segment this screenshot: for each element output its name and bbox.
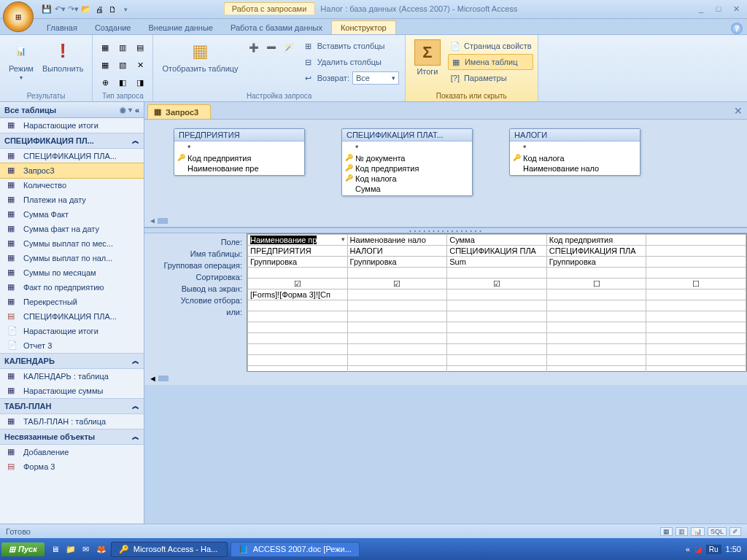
- mail-icon[interactable]: ✉: [80, 542, 93, 556]
- tab-home[interactable]: Главная: [38, 21, 86, 34]
- hscroll-grid[interactable]: ◄: [144, 372, 747, 385]
- nav-item[interactable]: 📄Нарастающие итоги: [0, 324, 144, 338]
- passthrough-query-icon[interactable]: ◧: [115, 74, 131, 90]
- nav-category[interactable]: КАЛЕНДАРЬ︽: [0, 353, 144, 369]
- table-box[interactable]: СПЕЦИФИКАЦИЯ ПЛАТ...*№ документаКод пред…: [341, 128, 473, 196]
- nav-item[interactable]: ▦Платежи на дату: [0, 192, 144, 207]
- close-button[interactable]: ✕: [728, 4, 744, 14]
- pivottable-view-icon[interactable]: ▥: [676, 527, 688, 536]
- nav-body[interactable]: ▦Нарастающие итогиСПЕЦИФИКАЦИЯ ПЛ...︽▦СП…: [0, 118, 144, 524]
- run-button[interactable]: ! Выполнить: [38, 36, 88, 84]
- maketable-query-icon[interactable]: ▤: [132, 39, 148, 55]
- view-button[interactable]: 📊 Режим ▾: [4, 36, 38, 84]
- crosstab-query-icon[interactable]: ▥: [115, 39, 131, 55]
- undo-icon[interactable]: ↶▾: [54, 4, 66, 15]
- minimize-button[interactable]: _: [693, 4, 709, 14]
- tray-icon[interactable]: ◪: [694, 545, 702, 554]
- nav-item[interactable]: ▤Форма 3: [0, 459, 144, 474]
- insert-cols-button[interactable]: ⊞Вставить столбцы: [301, 38, 400, 54]
- update-query-icon[interactable]: ▧: [115, 57, 131, 73]
- nav-item[interactable]: 📄Отчет 3: [0, 338, 144, 353]
- task-word[interactable]: 📘ACCESS 2007.doc [Режи...: [231, 542, 360, 557]
- nav-item[interactable]: ▦Количество: [0, 178, 144, 192]
- tab-create[interactable]: Создание: [86, 21, 140, 34]
- nav-item[interactable]: ▦Сумма факт на дату: [0, 222, 144, 236]
- collapse-nav-icon[interactable]: «: [135, 106, 139, 114]
- datasheet-view-icon[interactable]: ▦: [660, 527, 673, 536]
- grid-row-labels: Поле:Имя таблицы:Групповая операция:Сорт…: [144, 233, 247, 372]
- nav-item[interactable]: ▦Нарастающие суммы: [0, 384, 144, 398]
- delete-cols-button[interactable]: ⊟Удалить столбцы: [301, 54, 400, 70]
- nav-item[interactable]: ▦Перекрестный: [0, 295, 144, 309]
- params-button[interactable]: [?]Параметры: [448, 70, 533, 86]
- window-title: Налог : база данных (Access 2007) - Micr…: [314, 3, 523, 15]
- showtable-button[interactable]: ▦ Отобразить таблицу: [158, 36, 242, 86]
- redo-icon[interactable]: ↷▾: [67, 4, 79, 15]
- office-button[interactable]: ⊞: [3, 1, 34, 32]
- insertrows-icon[interactable]: ➕: [246, 39, 262, 55]
- windows-logo-icon: ⊞: [9, 545, 15, 554]
- nav-item[interactable]: ▦Факт по предприятию: [0, 280, 144, 295]
- group-results: 📊 Режим ▾ ! Выполнить Результаты: [0, 35, 93, 101]
- maximize-button[interactable]: □: [711, 4, 727, 14]
- select-query-icon[interactable]: ▦: [97, 39, 113, 55]
- nav-item[interactable]: ▦Суммы выплат по мес...: [0, 236, 144, 251]
- ribbon-tabs: Главная Создание Внешние данные Работа с…: [0, 19, 747, 35]
- hscroll-tables[interactable]: ◄: [144, 214, 747, 228]
- design-view-icon[interactable]: ✐: [729, 527, 741, 536]
- nav-category[interactable]: ТАБЛ-ПЛАН︽: [0, 398, 144, 414]
- print-icon[interactable]: 🖨: [93, 4, 105, 15]
- nav-item[interactable]: ▦Добавление: [0, 445, 144, 459]
- return-dropdown[interactable]: Все▾: [352, 71, 399, 85]
- nav-item[interactable]: ▦Суммы по месяцам: [0, 265, 144, 280]
- showtable-icon: ▦: [189, 39, 212, 63]
- task-access[interactable]: 🔑Microsoft Access - На...: [111, 542, 228, 557]
- tray-arrow-icon[interactable]: «: [686, 545, 690, 553]
- splitter[interactable]: • • • • • • • • • • • • • • • •: [144, 228, 747, 233]
- tables-area[interactable]: ПРЕДПРИЯТИЯ*Код предприятияНаименование …: [144, 120, 747, 214]
- main-area: Все таблицы ◉ ▾ « ▦Нарастающие итогиСПЕЦ…: [0, 102, 747, 524]
- deleterows-icon[interactable]: ➖: [263, 39, 279, 55]
- datadef-query-icon[interactable]: ◨: [132, 74, 148, 90]
- desktop-icon[interactable]: 🖥: [49, 542, 62, 556]
- append-query-icon[interactable]: ▦: [97, 57, 113, 73]
- tab-dbtools[interactable]: Работа с базами данных: [222, 21, 331, 34]
- grid-table[interactable]: Наименование пр▾Наименование налоСуммаКо…: [247, 233, 747, 372]
- pivotchart-view-icon[interactable]: 📊: [691, 527, 705, 536]
- nav-item[interactable]: ▦Нарастающие итоги: [0, 118, 144, 133]
- qbe-grid: Поле:Имя таблицы:Групповая операция:Сорт…: [144, 233, 747, 372]
- propsheet-button[interactable]: 📄Страница свойств: [448, 38, 533, 54]
- nav-item[interactable]: ▤СПЕЦИФИКАЦИЯ ПЛА...: [0, 309, 144, 324]
- sql-view-icon[interactable]: SQL: [708, 527, 727, 536]
- nav-category[interactable]: Несвязанные объекты︽: [0, 429, 144, 445]
- tablenames-button[interactable]: ▦Имена таблиц: [448, 54, 533, 70]
- builder-icon[interactable]: 🪄: [281, 39, 297, 55]
- nav-item[interactable]: ▦СПЕЦИФИКАЦИЯ ПЛА...: [0, 149, 144, 163]
- help-icon[interactable]: ?: [731, 23, 743, 34]
- nav-item[interactable]: ▦ТАБЛ-ПЛАН : таблица: [0, 414, 144, 429]
- nav-item[interactable]: ▦КАЛЕНДАРЬ : таблица: [0, 369, 144, 384]
- start-button[interactable]: ⊞Пуск: [1, 542, 44, 556]
- save-icon[interactable]: 💾: [41, 4, 53, 15]
- lang-indicator[interactable]: Ru: [706, 545, 721, 554]
- open-icon[interactable]: 📂: [80, 4, 92, 15]
- union-query-icon[interactable]: ⊕: [97, 74, 113, 90]
- nav-header[interactable]: Все таблицы ◉ ▾ «: [0, 102, 144, 118]
- nav-item[interactable]: ▦Сумма Факт: [0, 207, 144, 222]
- new-icon[interactable]: 🗋: [107, 4, 118, 15]
- tab-design[interactable]: Конструктор: [331, 20, 396, 34]
- doc-tab-query3[interactable]: ▦ Запрос3: [147, 104, 211, 119]
- qat-dropdown-icon[interactable]: ▾: [120, 4, 131, 15]
- totalcmd-icon[interactable]: 📁: [64, 542, 77, 556]
- nav-category[interactable]: СПЕЦИФИКАЦИЯ ПЛ...︽: [0, 133, 144, 149]
- firefox-icon[interactable]: 🦊: [95, 542, 108, 556]
- delete-query-icon[interactable]: ✕: [132, 57, 148, 73]
- table-box[interactable]: ПРЕДПРИЯТИЯ*Код предприятияНаименование …: [174, 128, 305, 176]
- totals-button[interactable]: Σ Итоги: [410, 36, 445, 86]
- titlebar: 💾 ↶▾ ↷▾ 📂 🖨 🗋 ▾ Работа с запросами Налог…: [0, 0, 747, 19]
- nav-item[interactable]: ▦Запрос3: [0, 163, 144, 179]
- nav-item[interactable]: ▦Суммы выплат по нал...: [0, 251, 144, 265]
- tab-external[interactable]: Внешние данные: [140, 21, 222, 34]
- close-doc-button[interactable]: ✕: [734, 105, 743, 117]
- table-box[interactable]: НАЛОГИ*Код налогаНаименование нало: [509, 128, 640, 176]
